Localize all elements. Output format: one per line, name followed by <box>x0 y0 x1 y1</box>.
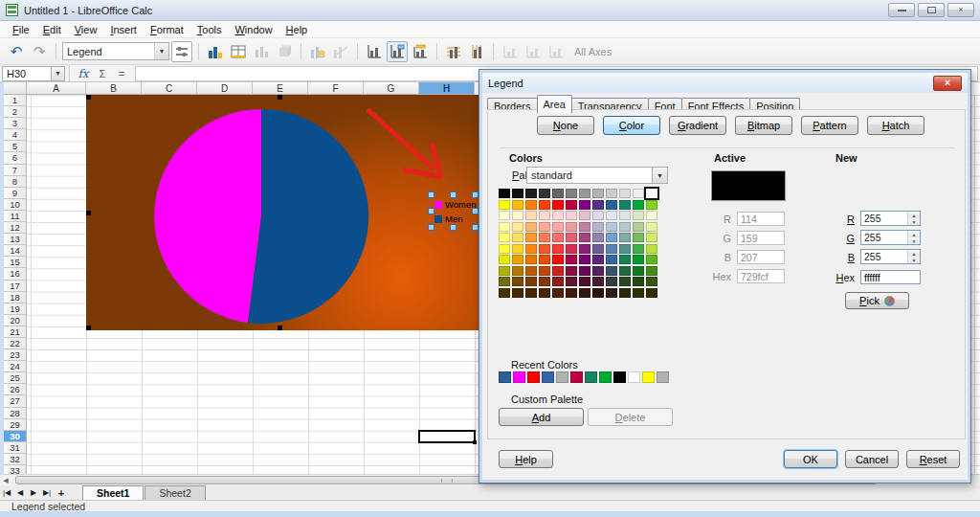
palette-color-swatch[interactable] <box>539 288 550 298</box>
palette-color-swatch[interactable] <box>566 277 577 286</box>
recent-color-swatch[interactable] <box>613 371 626 383</box>
palette-color-swatch[interactable] <box>539 255 550 264</box>
maximize-button[interactable] <box>918 3 945 17</box>
palette-color-swatch[interactable] <box>525 244 537 254</box>
equals-button[interactable]: = <box>112 68 131 79</box>
row-header-9[interactable]: 9 <box>4 188 27 199</box>
legend-selection-handle[interactable] <box>472 224 479 231</box>
dialog-close-button[interactable]: × <box>933 76 962 91</box>
palette-color-swatch[interactable] <box>579 222 590 232</box>
reset-button[interactable]: Reset <box>906 450 960 468</box>
palette-color-swatch[interactable] <box>619 189 631 198</box>
annotation-arrow[interactable] <box>368 109 441 177</box>
palette-color-swatch[interactable] <box>646 222 657 232</box>
new-hex-field[interactable]: ffffff <box>860 270 921 284</box>
palette-color-swatch[interactable] <box>512 233 523 242</box>
palette-color-swatch[interactable] <box>606 200 617 210</box>
palette-color-swatch[interactable] <box>552 277 564 286</box>
select-all-corner[interactable] <box>4 82 27 95</box>
next-sheet-button[interactable]: ▶ <box>27 486 40 500</box>
palette-color-swatch[interactable] <box>512 222 523 232</box>
palette-color-swatch[interactable] <box>579 233 590 242</box>
palette-color-swatch[interactable] <box>512 255 523 264</box>
spin-down-icon[interactable]: ▼ <box>908 237 920 244</box>
menu-item-window[interactable]: Window <box>228 22 278 37</box>
palette-color-swatch[interactable] <box>539 244 550 254</box>
palette-color-swatch[interactable] <box>499 288 510 298</box>
fill-type-button-none[interactable]: None <box>537 116 594 135</box>
fill-type-button-color[interactable]: Color <box>603 116 660 135</box>
row-header-27[interactable]: 27 <box>4 395 27 407</box>
recent-color-swatch[interactable] <box>657 371 669 383</box>
menu-item-insert[interactable]: Insert <box>103 22 144 37</box>
legend-selection-handle[interactable] <box>450 191 457 198</box>
palette-color-swatch[interactable] <box>646 189 657 198</box>
previous-sheet-button[interactable]: ◀ <box>13 486 27 500</box>
new-g-spinner[interactable]: 255▲▼ <box>860 230 921 245</box>
recent-color-swatch[interactable] <box>628 371 640 383</box>
palette-color-swatch[interactable] <box>606 244 617 254</box>
palette-color-swatch[interactable] <box>499 211 510 220</box>
palette-color-swatch[interactable] <box>619 288 631 298</box>
spin-up-icon[interactable]: ▲ <box>908 231 920 237</box>
palette-color-swatch[interactable] <box>512 266 523 276</box>
palette-color-swatch[interactable] <box>525 189 537 198</box>
recent-color-swatch[interactable] <box>556 371 568 383</box>
menu-item-format[interactable]: Format <box>144 22 190 37</box>
palette-color-swatch[interactable] <box>525 255 537 264</box>
palette-color-swatch[interactable] <box>566 189 577 198</box>
column-header-D[interactable]: D <box>197 82 253 95</box>
palette-color-swatch[interactable] <box>646 255 657 264</box>
row-header-13[interactable]: 13 <box>4 234 27 245</box>
cancel-button[interactable]: Cancel <box>845 450 899 468</box>
palette-color-swatch[interactable] <box>539 189 550 198</box>
chart-handle-mid-left[interactable] <box>86 211 91 215</box>
palette-color-swatch[interactable] <box>606 255 617 264</box>
palette-color-swatch[interactable] <box>619 200 631 210</box>
palette-color-swatch[interactable] <box>552 288 564 298</box>
menu-item-view[interactable]: View <box>68 22 104 37</box>
row-header-17[interactable]: 17 <box>4 281 27 292</box>
palette-color-swatch[interactable] <box>566 244 577 254</box>
sheet-tab-sheet1[interactable]: Sheet1 <box>82 485 144 500</box>
row-header-30[interactable]: 30 <box>4 431 27 442</box>
palette-color-swatch[interactable] <box>592 222 604 232</box>
palette-color-swatch[interactable] <box>646 211 657 220</box>
chart-legend[interactable]: WomenMen <box>434 197 477 226</box>
recent-color-swatch[interactable] <box>642 371 655 383</box>
palette-color-swatch[interactable] <box>525 266 537 276</box>
palette-color-swatch[interactable] <box>512 189 523 198</box>
legend-selection-handle[interactable] <box>428 191 434 198</box>
palette-color-swatch[interactable] <box>633 244 644 254</box>
chevron-down-icon[interactable]: ▼ <box>154 43 168 59</box>
palette-color-swatch[interactable] <box>552 255 564 264</box>
legend-item-women[interactable]: Women <box>434 197 477 212</box>
chart-handle-bottom-left[interactable] <box>86 326 91 330</box>
row-header-1[interactable]: 1 <box>4 95 27 106</box>
palette-color-swatch[interactable] <box>525 211 537 220</box>
row-header-11[interactable]: 11 <box>4 211 27 222</box>
row-header-24[interactable]: 24 <box>4 361 27 372</box>
palette-color-swatch[interactable] <box>592 189 604 198</box>
column-header-H[interactable]: H <box>419 82 475 95</box>
palette-color-swatch[interactable] <box>579 244 590 254</box>
name-box[interactable]: H30 <box>2 66 52 81</box>
fill-type-button-gradient[interactable]: Gradient <box>669 116 726 135</box>
recent-color-swatch[interactable] <box>513 371 525 383</box>
palette-color-swatch[interactable] <box>579 200 590 210</box>
palette-color-swatch[interactable] <box>566 222 577 232</box>
column-header-G[interactable]: G <box>364 82 419 95</box>
palette-select[interactable]: standard ▼ <box>526 167 668 184</box>
palette-color-swatch[interactable] <box>619 244 631 254</box>
palette-color-swatch[interactable] <box>579 189 590 198</box>
row-header-26[interactable]: 26 <box>4 384 27 395</box>
palette-color-swatch[interactable] <box>592 266 604 276</box>
palette-color-swatch[interactable] <box>499 277 510 286</box>
palette-color-swatch[interactable] <box>646 233 657 242</box>
palette-color-swatch[interactable] <box>579 288 590 298</box>
palette-color-swatch[interactable] <box>633 266 644 276</box>
palette-color-swatch[interactable] <box>539 233 550 242</box>
palette-color-swatch[interactable] <box>525 288 537 298</box>
row-header-29[interactable]: 29 <box>4 419 27 431</box>
data-labels-button[interactable] <box>307 41 328 62</box>
